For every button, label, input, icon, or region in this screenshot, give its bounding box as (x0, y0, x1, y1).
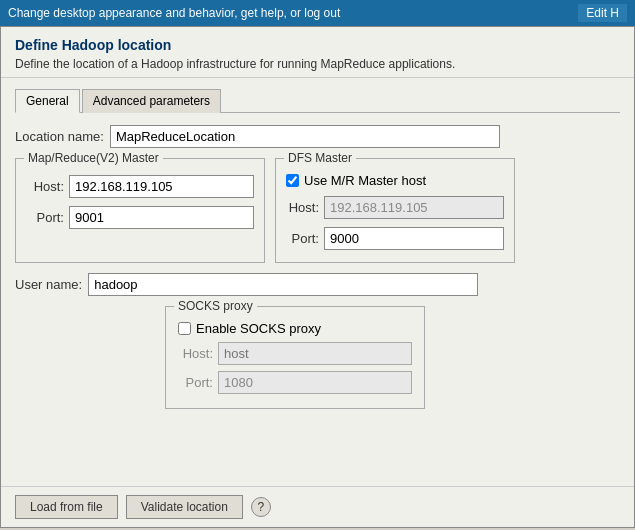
mr-master-group: Map/Reduce(V2) Master Host: Port: (15, 158, 265, 263)
top-bar: Change desktop appearance and behavior, … (0, 0, 635, 26)
enable-socks-checkbox[interactable] (178, 322, 191, 335)
socks-group: SOCKS proxy Enable SOCKS proxy Host: Por… (165, 306, 425, 409)
mr-port-input[interactable] (69, 206, 254, 229)
location-name-row: Location name: (15, 125, 620, 148)
socks-host-row: Host: (178, 342, 412, 365)
tabs: General Advanced parameters (15, 88, 620, 113)
username-input[interactable] (88, 273, 478, 296)
dialog-footer: Load from file Validate location ? (1, 486, 634, 527)
mr-host-input[interactable] (69, 175, 254, 198)
dialog: Define Hadoop location Define the locati… (0, 26, 635, 528)
tab-advanced[interactable]: Advanced parameters (82, 89, 221, 113)
mr-host-row: Host: (26, 175, 254, 198)
top-bar-right: Edit H (578, 4, 627, 22)
mr-master-title: Map/Reduce(V2) Master (24, 151, 163, 165)
dfs-port-input[interactable] (324, 227, 504, 250)
location-name-label: Location name: (15, 129, 104, 144)
mr-port-row: Port: (26, 206, 254, 229)
validate-location-button[interactable]: Validate location (126, 495, 243, 519)
socks-host-input[interactable] (218, 342, 412, 365)
dfs-port-row: Port: (286, 227, 504, 250)
enable-socks-label: Enable SOCKS proxy (196, 321, 321, 336)
tab-general[interactable]: General (15, 89, 80, 113)
dialog-title: Define Hadoop location (15, 37, 620, 53)
master-panels: Map/Reduce(V2) Master Host: Port: DFS Ma… (15, 158, 620, 263)
use-mr-host-row: Use M/R Master host (286, 173, 504, 188)
socks-port-label: Port: (178, 375, 213, 390)
dfs-master-group: DFS Master Use M/R Master host Host: Por… (275, 158, 515, 263)
dfs-host-label: Host: (286, 200, 319, 215)
dialog-content: General Advanced parameters Location nam… (1, 78, 634, 486)
dialog-subtitle: Define the location of a Hadoop infrastr… (15, 57, 620, 71)
use-mr-host-checkbox[interactable] (286, 174, 299, 187)
dfs-port-label: Port: (286, 231, 319, 246)
socks-port-input[interactable] (218, 371, 412, 394)
use-mr-host-label: Use M/R Master host (304, 173, 426, 188)
load-from-file-button[interactable]: Load from file (15, 495, 118, 519)
top-bar-text: Change desktop appearance and behavior, … (8, 6, 340, 20)
dfs-host-input[interactable] (324, 196, 504, 219)
mr-host-label: Host: (26, 179, 64, 194)
location-name-input[interactable] (110, 125, 500, 148)
socks-title: SOCKS proxy (174, 299, 257, 313)
enable-socks-row: Enable SOCKS proxy (178, 321, 412, 336)
socks-port-row: Port: (178, 371, 412, 394)
dfs-host-row: Host: (286, 196, 504, 219)
username-label: User name: (15, 277, 82, 292)
dialog-header: Define Hadoop location Define the locati… (1, 27, 634, 78)
help-icon[interactable]: ? (251, 497, 271, 517)
dfs-master-title: DFS Master (284, 151, 356, 165)
socks-host-label: Host: (178, 346, 213, 361)
mr-port-label: Port: (26, 210, 64, 225)
username-row: User name: (15, 273, 620, 296)
